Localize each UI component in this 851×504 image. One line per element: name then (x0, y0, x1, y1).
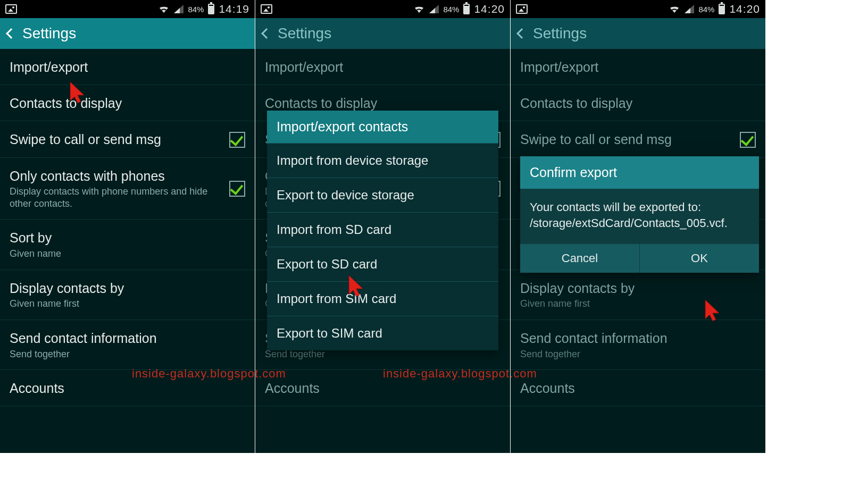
row-title: Import/export (10, 60, 88, 75)
page-title: Settings (22, 25, 76, 42)
row-subtitle: Send together (10, 348, 157, 360)
row-import-export[interactable]: Import/export (0, 49, 255, 85)
row-accounts: Accounts (511, 370, 765, 406)
signal-icon (174, 5, 183, 13)
modal-item-import-sd[interactable]: Import from SD card (267, 212, 498, 247)
row-subtitle: Given name first (10, 298, 124, 310)
media-icon (5, 4, 17, 14)
row-import-export: Import/export (255, 49, 510, 85)
row-accounts: Accounts (255, 370, 510, 406)
modal-item-import-device[interactable]: Import from device storage (267, 143, 498, 178)
wifi-icon (158, 5, 170, 13)
modal-title: Import/export contacts (267, 111, 498, 143)
phone-screen-3: 84% 14:20 Settings Import/export Contact… (511, 0, 766, 453)
row-send-contact: Send contact information Send together (511, 320, 765, 370)
row-import-export: Import/export (511, 49, 765, 85)
battery-percent: 84% (443, 5, 459, 14)
status-bar: 84% 14:20 (255, 0, 510, 18)
dialog-actions: Cancel OK (520, 243, 759, 273)
row-subtitle: Send together (520, 348, 668, 360)
battery-icon (463, 4, 470, 14)
checkbox-swipe-call[interactable] (229, 132, 245, 148)
modal-item-export-sd[interactable]: Export to SD card (267, 247, 498, 281)
row-title: Accounts (10, 381, 64, 396)
row-title: Send contact information (520, 331, 668, 346)
wifi-icon (669, 5, 680, 13)
clock: 14:19 (219, 3, 249, 15)
row-contacts-to-display[interactable]: Contacts to display (0, 85, 255, 121)
row-title: Swipe to call or send msg (10, 132, 161, 147)
back-icon[interactable] (6, 28, 16, 39)
modal-item-import-sim[interactable]: Import from SIM card (267, 281, 498, 316)
row-title: Accounts (520, 381, 575, 396)
phone-screen-2: 84% 14:20 Settings Import/export Contact… (255, 0, 511, 453)
import-export-modal: Import/export contacts Import from devic… (267, 111, 498, 350)
signal-icon (429, 5, 439, 13)
page-title: Settings (278, 25, 331, 42)
row-only-phones[interactable]: Only contacts with phones Display contac… (0, 158, 255, 220)
row-title: Contacts to display (265, 96, 377, 111)
media-icon (516, 4, 528, 14)
row-title: Only contacts with phones (10, 169, 212, 184)
modal-item-export-sim[interactable]: Export to SIM card (267, 316, 498, 350)
row-title: Send contact information (10, 331, 157, 346)
row-title: Display contacts by (520, 281, 635, 296)
clock: 14:20 (729, 3, 760, 15)
ok-button[interactable]: OK (639, 243, 759, 273)
back-icon[interactable] (261, 28, 272, 39)
confirm-export-dialog: Confirm export Your contacts will be exp… (520, 156, 759, 273)
row-contacts-to-display: Contacts to display (511, 85, 765, 121)
row-title: Swipe to call or send msg (520, 132, 672, 147)
phone-triptych: 84% 14:19 Settings Import/export Contact… (0, 0, 766, 453)
row-title: Import/export (265, 60, 343, 75)
status-bar: 84% 14:20 (511, 0, 765, 18)
battery-percent: 84% (698, 5, 714, 14)
checkbox (740, 132, 756, 148)
row-subtitle: Display contacts with phone numbers and … (10, 186, 212, 209)
page-title: Settings (533, 25, 587, 42)
settings-list: Import/export Contacts to display Swipe … (0, 49, 255, 406)
row-accounts[interactable]: Accounts (0, 370, 255, 406)
status-bar: 84% 14:19 (0, 0, 255, 18)
row-sort-by[interactable]: Sort by Given name (0, 220, 255, 270)
wifi-icon (413, 5, 425, 13)
dialog-title: Confirm export (520, 156, 759, 189)
row-subtitle: Given name first (520, 298, 635, 310)
modal-item-export-device[interactable]: Export to device storage (267, 178, 498, 212)
battery-icon (719, 4, 725, 14)
row-title: Import/export (520, 60, 598, 75)
app-header: Settings (511, 18, 765, 49)
row-swipe-call[interactable]: Swipe to call or send msg (0, 121, 255, 158)
app-header: Settings (0, 18, 255, 49)
app-header: Settings (255, 18, 510, 49)
row-swipe-call: Swipe to call or send msg (511, 121, 765, 158)
row-title: Sort by (10, 230, 61, 246)
back-icon[interactable] (516, 28, 527, 39)
battery-icon (208, 4, 214, 14)
dialog-message: Your contacts will be exported to: /stor… (520, 189, 759, 243)
row-title: Contacts to display (10, 96, 122, 111)
row-title: Contacts to display (520, 96, 632, 111)
cancel-button[interactable]: Cancel (520, 243, 639, 273)
row-send-contact[interactable]: Send contact information Send together (0, 320, 255, 370)
row-title: Display contacts by (10, 281, 124, 296)
checkbox-only-phones[interactable] (229, 181, 245, 197)
row-title: Accounts (265, 381, 320, 396)
battery-percent: 84% (188, 5, 204, 14)
media-icon (261, 4, 272, 14)
signal-icon (685, 5, 694, 13)
row-subtitle: Given name (10, 248, 61, 260)
clock: 14:20 (474, 3, 505, 15)
phone-screen-1: 84% 14:19 Settings Import/export Contact… (0, 0, 255, 453)
row-display-by[interactable]: Display contacts by Given name first (0, 270, 255, 320)
row-display-by: Display contacts by Given name first (511, 270, 765, 320)
